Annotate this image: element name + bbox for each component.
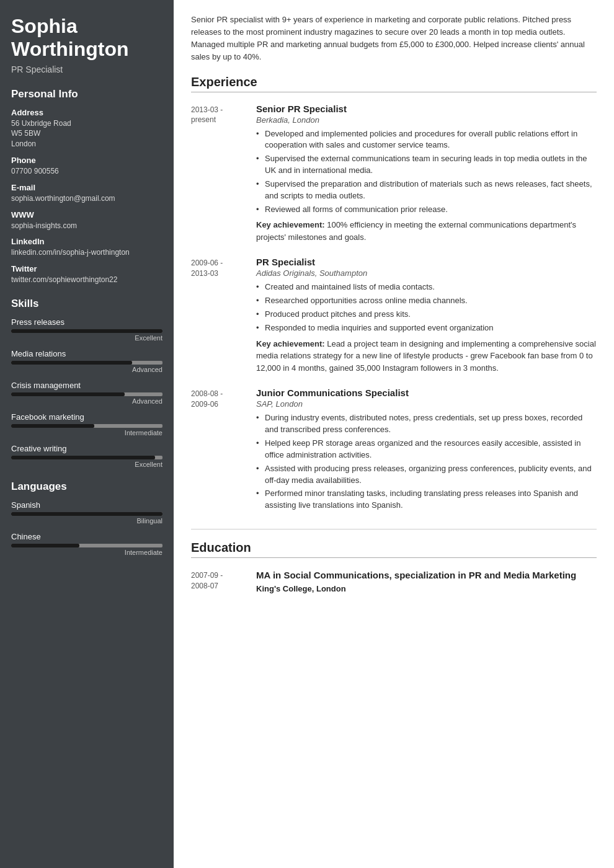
experience-bullet: Assisted with producing press releases, … bbox=[256, 463, 597, 487]
skill-level-label: Advanced bbox=[11, 366, 162, 373]
education-school: King's College, London bbox=[256, 584, 576, 593]
twitter-value: twitter.com/sophieworthington22 bbox=[11, 275, 162, 285]
address-line-3: London bbox=[11, 139, 162, 149]
summary-text: Senior PR specialist with 9+ years of ex… bbox=[191, 14, 597, 64]
address-label: Address bbox=[11, 108, 162, 117]
languages-section-title: Languages bbox=[11, 480, 162, 493]
skill-bar bbox=[11, 424, 162, 428]
experience-section-title: Experience bbox=[191, 75, 597, 92]
linkedin-block: LinkedIn linkedin.com/in/sophia-j-worthi… bbox=[11, 237, 162, 258]
twitter-block: Twitter twitter.com/sophieworthington22 bbox=[11, 264, 162, 285]
experience-entry: 2013-03 - presentSenior PR SpecialistBer… bbox=[191, 104, 597, 244]
language-item: ChineseIntermediate bbox=[11, 532, 162, 556]
experience-company: Adidas Originals, Southampton bbox=[256, 268, 597, 278]
experience-bullet: Supervised the preparation and distribut… bbox=[256, 179, 597, 202]
experience-bullet: Reviewed all forms of communication prio… bbox=[256, 204, 597, 216]
language-level-label: Bilingual bbox=[11, 517, 162, 525]
experience-content: Senior PR SpecialistBerkadia, LondonDeve… bbox=[256, 104, 597, 244]
experience-bullet: Produced product pitches and press kits. bbox=[256, 309, 597, 321]
experience-bullets: Developed and implemented policies and p… bbox=[256, 128, 597, 216]
main-content: Senior PR specialist with 9+ years of ex… bbox=[174, 0, 614, 868]
education-section-title: Education bbox=[191, 541, 597, 558]
www-block: WWW sophia-insights.com bbox=[11, 210, 162, 231]
skill-level-label: Intermediate bbox=[11, 429, 162, 436]
experience-job-title: Senior PR Specialist bbox=[256, 104, 597, 114]
experience-bullets: During industry events, distributed note… bbox=[256, 412, 597, 512]
candidate-name: Sophia Worthington bbox=[11, 15, 162, 61]
experience-bullets: Created and maintained lists of media co… bbox=[256, 281, 597, 334]
experience-company: SAP, London bbox=[256, 399, 597, 409]
www-label: WWW bbox=[11, 210, 162, 219]
linkedin-value: linkedin.com/in/sophia-j-worthington bbox=[11, 247, 162, 258]
skills-section-title: Skills bbox=[11, 298, 162, 310]
experience-entry: 2008-08 - 2009-06Junior Communications S… bbox=[191, 388, 597, 515]
education-date: 2007-09 - 2008-07 bbox=[191, 569, 256, 593]
skill-level-label: Excellent bbox=[11, 461, 162, 468]
language-bar bbox=[11, 544, 162, 547]
education-section: Education 2007-09 - 2008-07MA in Social … bbox=[191, 541, 597, 593]
skill-bar-fill bbox=[11, 361, 132, 365]
skill-bar-fill bbox=[11, 329, 162, 333]
experience-bullet: Created and maintained lists of media co… bbox=[256, 281, 597, 293]
language-bar-fill bbox=[11, 512, 162, 516]
skill-bar bbox=[11, 361, 162, 365]
experience-job-title: PR Specialist bbox=[256, 257, 597, 267]
education-list: 2007-09 - 2008-07MA in Social Communicat… bbox=[191, 569, 597, 593]
skill-name-label: Crisis management bbox=[11, 381, 162, 390]
skill-name-label: Facebook marketing bbox=[11, 412, 162, 422]
skill-bar bbox=[11, 329, 162, 333]
www-value: sophia-insights.com bbox=[11, 221, 162, 231]
email-block: E-mail sophia.worthington@gmail.com bbox=[11, 183, 162, 204]
skill-bar bbox=[11, 392, 162, 396]
skill-level-label: Advanced bbox=[11, 397, 162, 405]
language-name-label: Spanish bbox=[11, 500, 162, 510]
address-block: Address 56 Uxbridge Road W5 5BW London bbox=[11, 108, 162, 149]
experience-list: 2013-03 - presentSenior PR SpecialistBer… bbox=[191, 104, 597, 516]
education-degree: MA in Social Communications, specializat… bbox=[256, 569, 576, 582]
language-level-label: Intermediate bbox=[11, 549, 162, 556]
experience-date: 2008-08 - 2009-06 bbox=[191, 388, 256, 515]
phone-block: Phone 07700 900556 bbox=[11, 156, 162, 177]
skill-item: Media relationsAdvanced bbox=[11, 349, 162, 373]
experience-date: 2013-03 - present bbox=[191, 104, 256, 244]
experience-job-title: Junior Communications Specialist bbox=[256, 388, 597, 398]
experience-bullet: Researched opportunities across online m… bbox=[256, 295, 597, 307]
experience-section: Experience 2013-03 - presentSenior PR Sp… bbox=[191, 75, 597, 516]
skill-item: Crisis managementAdvanced bbox=[11, 381, 162, 405]
language-bar bbox=[11, 512, 162, 516]
languages-list: SpanishBilingualChineseIntermediate bbox=[11, 500, 162, 556]
skill-item: Facebook marketingIntermediate bbox=[11, 412, 162, 436]
skill-bar-fill bbox=[11, 424, 94, 428]
email-value: sophia.worthington@gmail.com bbox=[11, 193, 162, 204]
email-label: E-mail bbox=[11, 183, 162, 192]
personal-info-section-title: Personal Info bbox=[11, 88, 162, 100]
candidate-title: PR Specialist bbox=[11, 64, 162, 74]
experience-bullet: Developed and implemented policies and p… bbox=[256, 128, 597, 152]
experience-company: Berkadia, London bbox=[256, 115, 597, 125]
experience-content: Junior Communications SpecialistSAP, Lon… bbox=[256, 388, 597, 515]
language-bar-fill bbox=[11, 544, 79, 547]
skill-level-label: Excellent bbox=[11, 334, 162, 342]
skill-item: Creative writingExcellent bbox=[11, 444, 162, 468]
key-achievement: Key achievement: 100% efficiency in meet… bbox=[256, 219, 597, 243]
skills-list: Press releasesExcellentMedia relationsAd… bbox=[11, 317, 162, 468]
skill-bar bbox=[11, 456, 162, 459]
phone-value: 07700 900556 bbox=[11, 166, 162, 177]
address-line-1: 56 Uxbridge Road bbox=[11, 118, 162, 129]
skill-bar-fill bbox=[11, 392, 125, 396]
key-achievement: Key achievement: Lead a project team in … bbox=[256, 338, 597, 374]
language-item: SpanishBilingual bbox=[11, 500, 162, 525]
sidebar: Sophia Worthington PR Specialist Persona… bbox=[0, 0, 174, 868]
education-content: MA in Social Communications, specializat… bbox=[256, 569, 576, 593]
experience-content: PR SpecialistAdidas Originals, Southampt… bbox=[256, 257, 597, 374]
language-name-label: Chinese bbox=[11, 532, 162, 541]
experience-bullet: Responded to media inquiries and support… bbox=[256, 322, 597, 334]
experience-date: 2009-06 - 2013-03 bbox=[191, 257, 256, 374]
skill-bar-fill bbox=[11, 456, 155, 459]
skill-name-label: Media relations bbox=[11, 349, 162, 358]
phone-label: Phone bbox=[11, 156, 162, 165]
address-line-2: W5 5BW bbox=[11, 128, 162, 139]
experience-bullet: Performed minor translating tasks, inclu… bbox=[256, 488, 597, 512]
education-entry: 2007-09 - 2008-07MA in Social Communicat… bbox=[191, 569, 597, 593]
skill-name-label: Press releases bbox=[11, 317, 162, 327]
